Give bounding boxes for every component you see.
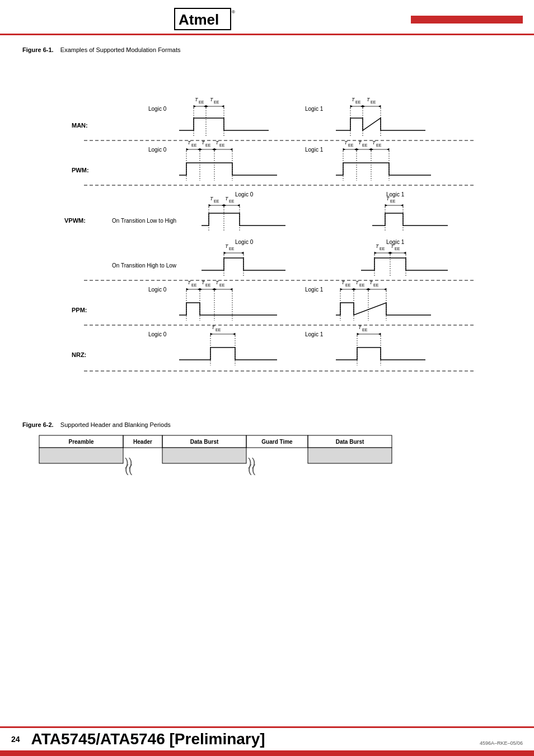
svg-marker-131 — [374, 252, 377, 254]
svg-text:VPWM:: VPWM: — [64, 217, 86, 224]
svg-text:EE: EE — [205, 143, 211, 147]
figure-2-container: Figure 6-2. Supported Header and Blankin… — [22, 421, 512, 489]
svg-marker-193 — [210, 333, 213, 335]
svg-marker-76 — [371, 148, 373, 151]
header-blanking-diagram: Preamble Header Data Burst Guard Time Da… — [34, 433, 493, 489]
svg-marker-19 — [204, 105, 206, 107]
svg-text:T: T — [225, 196, 229, 201]
svg-marker-194 — [233, 333, 235, 335]
svg-rect-220 — [162, 448, 246, 463]
svg-marker-56 — [230, 148, 232, 151]
svg-text:EE: EE — [214, 199, 219, 203]
svg-text:On Transition Low to High: On Transition Low to High — [112, 218, 176, 224]
svg-text:EE: EE — [205, 283, 211, 287]
svg-marker-30 — [360, 105, 363, 107]
svg-text:T: T — [195, 97, 199, 102]
svg-rect-217 — [39, 448, 123, 463]
svg-text:EE: EE — [216, 328, 221, 332]
footer-content: 24 ATA5745/ATA5746 [Preliminary] 4596A–R… — [0, 726, 534, 750]
svg-marker-31 — [363, 105, 365, 107]
fig2-title: Supported Header and Blanking Periods — [60, 421, 171, 428]
figure-1-label: Figure 6-1. Examples of Supported Modula… — [22, 46, 512, 53]
svg-text:Logic 0: Logic 0 — [148, 331, 167, 337]
svg-text:On Transition High to Low: On Transition High to Low — [112, 262, 177, 269]
svg-text:EE: EE — [395, 247, 400, 251]
svg-marker-177 — [366, 288, 368, 290]
svg-marker-52 — [198, 148, 200, 151]
svg-marker-72 — [343, 148, 345, 151]
svg-text:Logic 0: Logic 0 — [235, 191, 254, 198]
svg-marker-132 — [388, 252, 390, 254]
figure-2-label: Figure 6-2. Supported Header and Blankin… — [22, 421, 512, 428]
svg-text:EE: EE — [191, 283, 197, 287]
svg-marker-107 — [385, 204, 387, 206]
svg-marker-73 — [354, 148, 357, 151]
svg-marker-202 — [357, 333, 359, 335]
svg-text:Data Burst: Data Burst — [336, 439, 364, 445]
main-content: Figure 6-1. Examples of Supported Modula… — [0, 41, 534, 494]
svg-text:Data Burst: Data Burst — [190, 439, 219, 445]
svg-text:EE: EE — [355, 100, 361, 104]
svg-text:Header: Header — [133, 439, 152, 445]
svg-text:Guard Time: Guard Time — [261, 439, 293, 445]
svg-marker-96 — [222, 204, 224, 206]
svg-text:PWM:: PWM: — [72, 167, 89, 173]
svg-marker-134 — [404, 252, 406, 254]
svg-text:Logic 1: Logic 1 — [305, 147, 324, 153]
footer-bar — [0, 750, 534, 756]
svg-text:Logic 0: Logic 0 — [235, 239, 254, 245]
svg-marker-157 — [214, 288, 217, 290]
fig1-number: Figure 6-1. — [22, 46, 54, 53]
svg-text:EE: EE — [229, 247, 235, 251]
svg-marker-179 — [384, 288, 386, 290]
svg-text:EE: EE — [348, 143, 354, 147]
svg-marker-51 — [186, 148, 189, 151]
svg-text:EE: EE — [191, 143, 197, 147]
svg-text:EE: EE — [229, 199, 235, 203]
svg-marker-154 — [198, 288, 200, 290]
svg-text:T: T — [352, 97, 355, 102]
svg-marker-133 — [390, 252, 392, 254]
atmel-logo: Atmel ® — [172, 6, 239, 34]
waveform-diagram: Logic 0 Logic 1 MAN: T EE T EE T EE T EE — [28, 58, 509, 416]
svg-text:EE: EE — [373, 283, 379, 287]
svg-marker-21 — [222, 105, 224, 107]
svg-text:T: T — [367, 97, 371, 102]
svg-text:EE: EE — [376, 143, 382, 147]
footer-code: 4596A–RKE–05/06 — [480, 740, 523, 748]
svg-marker-55 — [214, 148, 217, 151]
svg-marker-95 — [209, 204, 211, 206]
svg-marker-97 — [224, 204, 226, 206]
svg-text:EE: EE — [380, 247, 385, 251]
svg-text:EE: EE — [390, 199, 396, 203]
svg-text:EE: EE — [199, 100, 204, 104]
svg-marker-119 — [224, 252, 226, 254]
svg-marker-158 — [230, 288, 232, 290]
svg-text:®: ® — [232, 10, 235, 15]
svg-marker-120 — [241, 252, 243, 254]
svg-text:T: T — [210, 196, 214, 201]
svg-marker-153 — [186, 288, 189, 290]
svg-text:Logic 1: Logic 1 — [386, 239, 405, 245]
svg-marker-54 — [212, 148, 214, 151]
svg-marker-32 — [378, 105, 381, 107]
svg-marker-75 — [369, 148, 371, 151]
svg-text:Logic 1: Logic 1 — [305, 287, 324, 293]
svg-text:Logic 0: Logic 0 — [148, 106, 167, 112]
svg-marker-156 — [212, 288, 214, 290]
svg-marker-174 — [340, 288, 343, 290]
svg-text:EE: EE — [214, 100, 219, 104]
svg-marker-98 — [237, 204, 240, 206]
svg-marker-155 — [200, 288, 202, 290]
svg-marker-175 — [352, 288, 354, 290]
svg-marker-77 — [387, 148, 389, 151]
svg-marker-18 — [194, 105, 196, 107]
svg-text:Preamble: Preamble — [68, 439, 93, 445]
svg-text:PPM:: PPM: — [72, 307, 87, 313]
svg-marker-29 — [350, 105, 353, 107]
svg-text:Logic 0: Logic 0 — [148, 147, 167, 153]
svg-marker-178 — [368, 288, 371, 290]
logo-area: Atmel ® — [11, 6, 400, 34]
svg-text:NRZ:: NRZ: — [72, 351, 86, 358]
page-header: Atmel ® — [0, 0, 534, 35]
